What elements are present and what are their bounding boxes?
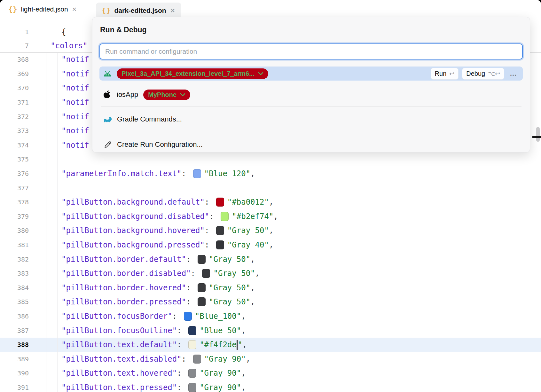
color-swatch[interactable] xyxy=(198,297,206,306)
tab-label: light-edited.json xyxy=(21,5,68,13)
comma: , xyxy=(241,326,246,335)
close-icon[interactable]: × xyxy=(170,7,176,14)
line-number: 386 xyxy=(0,312,46,320)
colon: : xyxy=(177,383,186,392)
line-number: 383 xyxy=(0,270,46,277)
comma: , xyxy=(241,383,246,392)
code-line-content: "notif xyxy=(46,83,89,92)
json-key: "pillButton.border.default" xyxy=(61,255,186,264)
color-swatch[interactable] xyxy=(202,269,210,278)
code-line[interactable]: 379"pillButton.background.disabled": "#b… xyxy=(0,209,541,224)
code-line-content: "notif xyxy=(46,55,89,64)
tab-light-edited-json[interactable]: {} light-edited.json × xyxy=(8,0,77,18)
comma: , xyxy=(250,255,255,264)
more-options-button[interactable]: … xyxy=(508,69,519,78)
scrollbar-thumb[interactable] xyxy=(536,127,540,142)
code-line[interactable]: 387"pillButton.focusOutline": "Blue_50", xyxy=(0,323,541,338)
code-line[interactable]: 375 xyxy=(0,152,541,167)
gradle-commands-item[interactable]: Gradle Commands... xyxy=(99,112,523,127)
code-line[interactable]: 380"pillButton.background.hovered": "Gra… xyxy=(0,223,541,238)
ios-device-selector[interactable]: MyPhone xyxy=(143,90,190,100)
color-swatch[interactable] xyxy=(188,383,196,392)
sticky-line-code: { xyxy=(46,27,66,36)
code-line[interactable]: 378"pillButton.background.default": "#ba… xyxy=(0,195,541,209)
code-line[interactable]: 384"pillButton.border.hovered": "Gray 50… xyxy=(0,281,541,295)
ios-app-label: iosApp xyxy=(117,90,138,99)
code-line[interactable]: 388"pillButton.text.default": "#f4f2de", xyxy=(0,338,541,352)
color-swatch[interactable] xyxy=(193,169,201,178)
color-swatch[interactable] xyxy=(216,198,224,207)
json-key: "pillButton.border.disabled" xyxy=(61,269,191,278)
code-line[interactable]: 385"pillButton.border.pressed": "Gray 50… xyxy=(0,295,541,309)
line-number: 382 xyxy=(0,255,46,263)
code-line[interactable]: 383"pillButton.border.disabled": "Gray 5… xyxy=(0,266,541,281)
code-line[interactable]: 376"parameterInfo.match.text": "Blue_120… xyxy=(0,167,541,181)
ios-run-config-row[interactable]: iosApp MyPhone xyxy=(99,88,523,102)
code-line-content: "pillButton.focusBorder": "Blue_100", xyxy=(46,312,246,321)
json-value: "Gray 90" xyxy=(200,369,241,378)
json-value: " xyxy=(238,340,242,349)
color-swatch[interactable] xyxy=(216,226,224,235)
color-swatch[interactable] xyxy=(198,255,206,264)
code-line-content: "pillButton.border.pressed": "Gray 50", xyxy=(46,297,255,306)
color-swatch[interactable] xyxy=(188,369,196,378)
comma: , xyxy=(269,240,273,249)
return-key-icon: ↩ xyxy=(449,70,454,77)
close-icon[interactable]: × xyxy=(72,5,77,13)
json-key: "notif xyxy=(61,126,89,135)
json-key: "pillButton.focusOutline" xyxy=(61,326,177,335)
comma: , xyxy=(242,340,247,349)
code-line-content: "pillButton.text.disabled": "Gray 90", xyxy=(46,355,250,364)
popup-title: Run & Debug xyxy=(99,26,523,34)
json-key: "notif xyxy=(61,83,89,92)
gutter-separator xyxy=(46,52,46,392)
line-number: 380 xyxy=(0,227,46,234)
color-swatch[interactable] xyxy=(216,240,224,249)
create-run-configuration-item[interactable]: Create Run Configuration... xyxy=(99,137,523,152)
line-number: 390 xyxy=(0,369,46,377)
line-number: 371 xyxy=(0,98,46,106)
line-number: 377 xyxy=(0,184,46,192)
json-key: "notif xyxy=(61,112,89,121)
run-button[interactable]: Run ↩ xyxy=(431,68,459,80)
json-key: "pillButton.focusBorder" xyxy=(61,312,172,321)
json-key: "notif xyxy=(61,98,89,107)
code-line-content: "notif xyxy=(46,112,89,121)
code-line[interactable]: 391"pillButton.text.pressed": "Gray 90", xyxy=(0,380,541,392)
color-swatch[interactable] xyxy=(188,326,196,335)
json-value: "#b2ef74" xyxy=(232,212,273,221)
json-value: "#f4f2de xyxy=(200,340,237,349)
colon: : xyxy=(177,326,186,335)
color-swatch[interactable] xyxy=(188,340,196,349)
code-line[interactable]: 389"pillButton.text.disabled": "Gray 90"… xyxy=(0,352,541,366)
color-swatch[interactable] xyxy=(221,212,229,221)
json-key: "pillButton.text.pressed" xyxy=(61,383,177,392)
code-line[interactable]: 377 xyxy=(0,181,541,195)
code-line[interactable]: 381"pillButton.background.pressed": "Gra… xyxy=(0,238,541,252)
menu-item-label: Create Run Configuration... xyxy=(117,140,203,149)
run-command-input[interactable] xyxy=(99,43,523,59)
color-swatch[interactable] xyxy=(198,283,206,292)
color-swatch[interactable] xyxy=(184,312,192,321)
code-line-content: "pillButton.border.default": "Gray 50", xyxy=(46,255,255,264)
code-line-content: "pillButton.focusOutline": "Blue_50", xyxy=(46,326,246,335)
run-debug-popup: Run & Debug Pixel_3a_API_34_extension_le… xyxy=(92,17,530,153)
line-number: 389 xyxy=(0,355,46,363)
debug-button-label: Debug xyxy=(466,70,485,77)
colon: : xyxy=(186,255,195,264)
fleet-editor-window: {} dark-edited.json × {} light-edited.js… xyxy=(0,0,541,392)
code-line[interactable]: 382"pillButton.border.default": "Gray 50… xyxy=(0,252,541,266)
color-swatch[interactable] xyxy=(193,355,201,364)
debug-button[interactable]: Debug ⌥↩ xyxy=(462,68,504,80)
colon: : xyxy=(186,283,195,292)
tab-dark-edited-json[interactable]: {} dark-edited.json × xyxy=(96,3,181,18)
android-run-config-row[interactable]: Pixel_3a_API_34_extension_level_7_arm6..… xyxy=(99,67,523,81)
line-number: 381 xyxy=(0,241,46,249)
colon: : xyxy=(182,355,191,364)
code-line[interactable]: 386"pillButton.focusBorder": "Blue_100", xyxy=(0,309,541,324)
json-file-icon: {} xyxy=(8,5,18,13)
code-line[interactable]: 390"pillButton.text.hovered": "Gray 90", xyxy=(0,366,541,380)
line-number: 369 xyxy=(0,70,46,78)
android-device-selector[interactable]: Pixel_3a_API_34_extension_level_7_arm6..… xyxy=(117,68,268,79)
json-key: "pillButton.border.hovered" xyxy=(61,283,186,292)
